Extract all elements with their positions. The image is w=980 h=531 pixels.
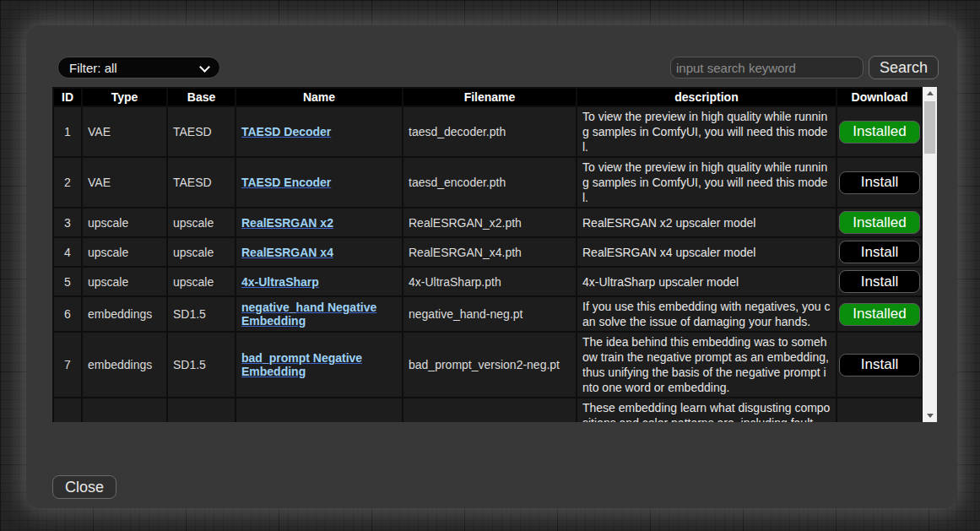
cell-base: upscale — [167, 208, 236, 237]
cell-base — [167, 398, 236, 422]
column-header: Base — [167, 88, 236, 106]
cell-id: 2 — [53, 157, 82, 208]
cell-name: negative_hand Negative Embedding — [236, 296, 403, 332]
cell-id — [53, 398, 82, 422]
cell-id: 3 — [53, 208, 82, 237]
table-row: 2 VAE TAESD TAESD Encoder taesd_encoder.… — [53, 157, 923, 208]
cell-base: upscale — [167, 267, 236, 296]
cell-type: embeddings — [82, 296, 167, 332]
download-button[interactable]: Install — [839, 241, 920, 263]
cell-description: 4x-UltraSharp upscaler model — [577, 267, 837, 296]
table-header-row: IDTypeBaseNameFilenamedescriptionDownloa… — [53, 88, 923, 106]
cell-base: TAESD — [167, 106, 236, 157]
model-install-dialog: Filter: all Search IDTypeBaseNameFilenam… — [26, 25, 957, 508]
cell-type: VAE — [82, 106, 167, 157]
cell-base: upscale — [167, 237, 236, 267]
model-name-link[interactable]: RealESRGAN x4 — [241, 246, 333, 259]
cell-id: 7 — [53, 332, 82, 398]
filter-select-wrap: Filter: all — [57, 57, 220, 79]
cell-download: Install — [837, 267, 923, 296]
cell-filename: RealESRGAN_x2.pth — [403, 208, 577, 237]
table-row: 5 upscale upscale 4x-UltraSharp 4x-Ultra… — [53, 267, 923, 296]
download-button[interactable]: Install — [839, 270, 920, 293]
column-header: Download — [837, 88, 923, 106]
column-header: Type — [82, 88, 167, 106]
models-table: IDTypeBaseNameFilenamedescriptionDownloa… — [52, 87, 923, 422]
cell-filename: taesd_decoder.pth — [403, 106, 577, 157]
cell-download: Installed — [837, 208, 923, 237]
search-button[interactable]: Search — [869, 56, 939, 79]
cell-description: These embedding learn what disgusting co… — [577, 398, 837, 422]
cell-download: Installed — [837, 296, 923, 332]
model-name-link[interactable]: RealESRGAN x2 — [241, 216, 333, 230]
model-name-link[interactable]: TAESD Decoder — [241, 125, 331, 138]
cell-filename: negative_hand-neg.pt — [403, 296, 577, 332]
table-row: These embedding learn what disgusting co… — [53, 398, 923, 422]
cell-id: 5 — [53, 267, 82, 296]
cell-name: RealESRGAN x2 — [236, 208, 403, 237]
models-table-body: 1 VAE TAESD TAESD Decoder taesd_decoder.… — [53, 106, 923, 422]
cell-name — [236, 398, 403, 422]
cell-filename: RealESRGAN_x4.pth — [403, 237, 577, 267]
model-name-link[interactable]: 4x-UltraSharp — [241, 275, 319, 289]
models-table-container: IDTypeBaseNameFilenamedescriptionDownloa… — [52, 87, 937, 422]
cell-filename: 4x-UltraSharp.pth — [403, 267, 577, 296]
cell-description: To view the preview in high quality whil… — [577, 106, 837, 157]
filter-select[interactable]: Filter: all — [57, 57, 220, 79]
cell-description: The idea behind this embedding was to so… — [577, 332, 837, 398]
cell-download: Install — [837, 157, 923, 208]
close-button[interactable]: Close — [52, 475, 116, 499]
cell-download: Install — [837, 332, 923, 398]
cell-type: upscale — [82, 237, 167, 267]
cell-type: embeddings — [82, 332, 167, 398]
scrollbar-down-arrow-icon[interactable] — [923, 409, 937, 422]
cell-name: TAESD Encoder — [236, 157, 403, 208]
cell-type: upscale — [82, 267, 167, 296]
cell-name: RealESRGAN x4 — [236, 237, 403, 267]
scrollbar-thumb[interactable] — [924, 101, 935, 154]
column-header: Filename — [403, 88, 577, 106]
cell-base: SD1.5 — [167, 332, 236, 398]
download-button[interactable]: Installed — [839, 303, 920, 326]
cell-description: To view the preview in high quality whil… — [577, 157, 837, 208]
table-row: 4 upscale upscale RealESRGAN x4 RealESRG… — [53, 237, 923, 267]
cell-id: 6 — [53, 296, 82, 332]
table-row: 3 upscale upscale RealESRGAN x2 RealESRG… — [53, 208, 923, 237]
download-button[interactable]: Installed — [839, 121, 920, 144]
cell-type: VAE — [82, 157, 167, 208]
cell-base: SD1.5 — [167, 296, 236, 332]
column-header: description — [577, 88, 837, 106]
cell-type — [82, 398, 167, 422]
cell-filename: taesd_encoder.pth — [403, 157, 577, 208]
column-header: ID — [53, 88, 82, 106]
cell-description: RealESRGAN x4 upscaler model — [577, 237, 837, 267]
download-button[interactable]: Install — [839, 171, 920, 194]
cell-name: bad_prompt Negative Embedding — [236, 332, 403, 398]
search-input[interactable] — [670, 57, 864, 79]
model-name-link[interactable]: negative_hand Negative Embedding — [241, 301, 376, 328]
cell-download: Installed — [837, 106, 923, 157]
model-name-link[interactable]: bad_prompt Negative Embedding — [241, 351, 362, 378]
cell-type: upscale — [82, 208, 167, 237]
cell-filename: bad_prompt_version2-neg.pt — [403, 332, 577, 398]
cell-filename — [403, 398, 577, 422]
scrollbar-up-arrow-icon[interactable] — [923, 87, 937, 100]
cell-base: TAESD — [167, 157, 236, 208]
table-row: 7 embeddings SD1.5 bad_prompt Negative E… — [53, 332, 923, 398]
table-row: 1 VAE TAESD TAESD Decoder taesd_decoder.… — [53, 106, 923, 157]
model-name-link[interactable]: TAESD Encoder — [241, 176, 331, 189]
cell-id: 1 — [53, 106, 82, 157]
cell-description: RealESRGAN x2 upscaler model — [577, 208, 837, 237]
cell-name: TAESD Decoder — [236, 106, 403, 157]
cell-name: 4x-UltraSharp — [236, 267, 403, 296]
download-button[interactable]: Install — [839, 354, 920, 377]
table-row: 6 embeddings SD1.5 negative_hand Negativ… — [53, 296, 923, 332]
cell-download — [837, 398, 923, 422]
table-scrollbar[interactable] — [923, 87, 937, 422]
cell-description: If you use this embedding with negatives… — [577, 296, 837, 332]
cell-id: 4 — [53, 237, 82, 267]
download-button[interactable]: Installed — [839, 211, 920, 234]
cell-download: Install — [837, 237, 923, 267]
column-header: Name — [236, 88, 403, 106]
